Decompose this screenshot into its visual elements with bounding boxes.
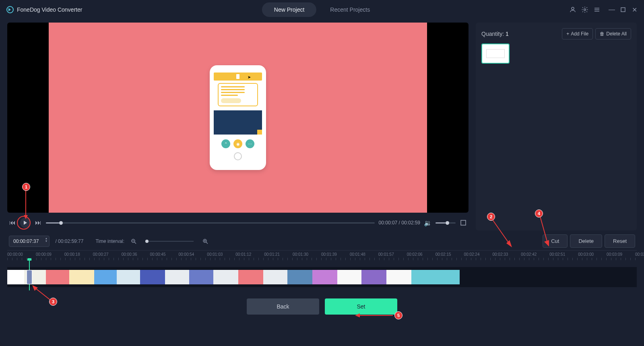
annotation-arrow-3 [31, 284, 52, 302]
svg-marker-19 [544, 240, 549, 247]
plus-icon: + [566, 31, 569, 37]
titlebar: FoneDog Video Converter New Project Rece… [0, 0, 644, 19]
svg-point-1 [584, 9, 586, 11]
annotation-arrow-4 [537, 214, 553, 247]
main-content: ➤ ⌃◉⋯ ⏮ [0, 19, 644, 346]
timeline-clip[interactable] [238, 270, 263, 284]
ruler-tick: 00:01:57 [378, 252, 394, 257]
annotation-marker-4: 4 [535, 209, 543, 218]
timeline-clip[interactable] [436, 270, 460, 284]
close-icon[interactable]: ✕ [631, 6, 638, 13]
timeline-clip[interactable] [213, 270, 238, 284]
ruler-tick: 00:00:45 [150, 252, 166, 257]
volume-slider[interactable] [436, 222, 456, 224]
ruler-tick: 00:03:00 [578, 252, 594, 257]
player-controls: ⏮ ⏭ 00:00:07 / 00:02:59 🔉 [7, 215, 469, 230]
zoom-out-icon[interactable] [130, 238, 137, 245]
sidebar-header: Quantity: 1 +Add File 🗑Delete All [481, 28, 631, 39]
app-title: FoneDog Video Converter [17, 6, 82, 13]
ruler-tick: 00:03:18 [635, 252, 644, 257]
svg-line-8 [134, 242, 136, 244]
zoom-in-icon[interactable] [202, 238, 209, 245]
clip-sidebar: Quantity: 1 +Add File 🗑Delete All [476, 23, 637, 230]
minimize-icon[interactable]: — [609, 6, 615, 13]
timeline-clip[interactable] [361, 270, 386, 284]
timeline-clip[interactable] [94, 270, 117, 284]
titlebar-left: FoneDog Video Converter [6, 6, 82, 13]
ruler-tick: 00:00:36 [122, 252, 137, 257]
tab-recent-projects[interactable]: Recent Projects [318, 2, 382, 17]
ruler-tick: 00:01:30 [293, 252, 308, 257]
titlebar-right: — ✕ [569, 6, 638, 13]
menu-icon[interactable] [593, 6, 601, 13]
timeline-clip[interactable] [165, 270, 189, 284]
video-preview: ➤ ⌃◉⋯ [7, 23, 469, 213]
window-controls: — ✕ [609, 6, 638, 13]
phone-home-button [234, 152, 242, 160]
spinner-icon[interactable]: ▲▼ [45, 237, 47, 242]
ruler-tick: 00:00:18 [64, 252, 80, 257]
timeline-clip[interactable] [117, 270, 140, 284]
reset-button[interactable]: Reset [605, 234, 635, 248]
add-file-button[interactable]: +Add File [562, 28, 593, 39]
ruler-tick: 00:02:33 [492, 252, 508, 257]
tab-new-project[interactable]: New Project [262, 2, 316, 17]
bottom-bar: Back Set [7, 287, 637, 320]
ruler-tick: 00:02:42 [521, 252, 537, 257]
next-frame-icon[interactable]: ⏭ [35, 219, 42, 226]
prev-frame-icon[interactable]: ⏮ [9, 219, 16, 226]
quantity-label: Quantity: 1 [481, 31, 509, 37]
svg-point-0 [572, 7, 574, 10]
svg-marker-23 [355, 313, 360, 317]
annotation-arrow-2 [490, 218, 514, 249]
annotation-marker-5: 5 [394, 311, 402, 319]
timeline-clip[interactable] [189, 270, 213, 284]
seek-slider[interactable] [46, 222, 375, 224]
time-interval-label: Time interval: [95, 238, 124, 244]
timeline-clip[interactable] [411, 270, 436, 284]
zoom-slider[interactable] [145, 241, 194, 242]
svg-line-18 [540, 217, 547, 242]
timeline-clip[interactable] [386, 270, 411, 284]
clip-thumbnail[interactable] [481, 44, 510, 64]
timeline-clip[interactable] [140, 270, 165, 284]
phone-icons: ⌃◉⋯ [221, 139, 254, 148]
timeline-clip[interactable] [263, 270, 287, 284]
back-button[interactable]: Back [247, 298, 319, 315]
timeline-clip[interactable] [337, 270, 361, 284]
time-ruler: 00:00:0000:00:0900:00:1800:00:2700:00:36… [7, 250, 637, 260]
svg-rect-5 [621, 8, 625, 12]
fullscreen-icon[interactable] [460, 219, 467, 226]
account-icon[interactable] [569, 6, 576, 13]
upper-row: ➤ ⌃◉⋯ ⏮ [7, 23, 637, 230]
trim-handle[interactable] [27, 270, 32, 284]
annotation-arrow-1 [21, 188, 31, 220]
ruler-tick: 00:01:48 [350, 252, 365, 257]
preview-column: ➤ ⌃◉⋯ ⏮ [7, 23, 469, 230]
timeline-clip[interactable] [287, 270, 312, 284]
position-input[interactable]: 00:00:07:37 ▲▼ [9, 236, 50, 247]
ruler-tick: 00:00:54 [178, 252, 194, 257]
timeline-clip[interactable] [312, 270, 337, 284]
volume-icon[interactable]: 🔉 [424, 219, 431, 226]
tab-switcher: New Project Recent Projects [262, 2, 382, 17]
ruler-tick: 00:00:27 [93, 252, 109, 257]
ruler-tick: 00:01:21 [264, 252, 280, 257]
app-window: FoneDog Video Converter New Project Rece… [0, 0, 644, 346]
trash-icon: 🗑 [600, 31, 605, 37]
timeline-clip[interactable] [7, 270, 24, 284]
timeline-clip[interactable] [69, 270, 94, 284]
svg-line-11 [206, 242, 208, 244]
settings-icon[interactable] [581, 6, 588, 13]
phone-mockup: ➤ ⌃◉⋯ [210, 65, 266, 170]
delete-button[interactable]: Delete [570, 234, 602, 248]
maximize-icon[interactable] [620, 6, 626, 13]
ruler-tick: 00:02:51 [549, 252, 565, 257]
svg-rect-6 [461, 220, 466, 225]
annotation-arrow-5 [354, 312, 395, 319]
timeline-strip[interactable] [7, 267, 637, 287]
timeline-clip[interactable] [46, 270, 69, 284]
duration-label: / 00:02:59:77 [55, 238, 83, 244]
ruler-tick: 00:03:09 [607, 252, 622, 257]
delete-all-button[interactable]: 🗑Delete All [595, 28, 631, 39]
